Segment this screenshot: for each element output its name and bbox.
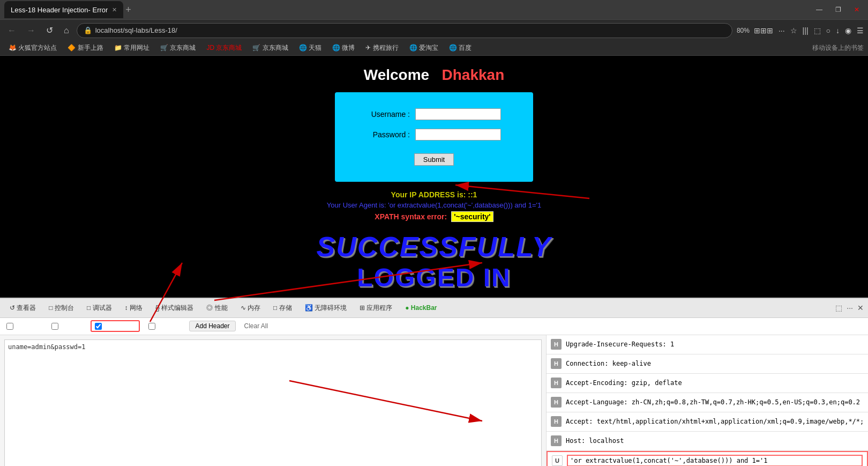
refresh-button[interactable]: ↺	[43, 24, 56, 36]
referer-label: Referer	[61, 322, 82, 330]
devtools-tab-style[interactable]: {} 样式编辑器	[150, 301, 199, 315]
xpath-error: XPATH syntax error: '~security'	[327, 211, 541, 222]
cookies-check[interactable]	[148, 323, 155, 330]
bookmark-ctrip[interactable]: ✈ 携程旅行	[361, 42, 402, 54]
devtools-tab-network[interactable]: ↕ 网络	[119, 301, 148, 315]
header-badge-6: U	[552, 455, 563, 466]
maximize-button[interactable]: ❐	[831, 5, 845, 14]
post-data-checkbox[interactable]: Post data	[6, 322, 43, 330]
user-agent-checkbox[interactable]: User Agent	[91, 320, 140, 332]
username-input[interactable]	[415, 108, 501, 120]
header-row-1: H	[547, 354, 868, 374]
post-data-textarea[interactable]: uname=admin&passwd=1	[4, 339, 542, 466]
url-bar[interactable]: 🔒 localhost/sql-labs/Less-18/	[77, 23, 732, 38]
submit-button[interactable]: Submit	[414, 153, 454, 166]
logged-in-text: LOGGED IN	[357, 263, 511, 292]
header-badge-5: H	[551, 435, 562, 446]
mobile-bookmarks: 移动设备上的书签	[812, 43, 864, 53]
devtools-tab-debugger[interactable]: □ 调试器	[81, 301, 117, 315]
back-button[interactable]: ←	[4, 25, 19, 36]
username-label: Username :	[367, 110, 410, 119]
header-input-2[interactable]	[566, 379, 864, 387]
header-input-3[interactable]	[566, 398, 864, 406]
close-button[interactable]: ✕	[850, 5, 864, 14]
header-row-3: H	[547, 393, 868, 412]
header-input-0[interactable]	[566, 341, 864, 348]
cookies-label: Cookies	[158, 322, 181, 330]
password-label: Password :	[367, 130, 410, 139]
tab-close-icon[interactable]: ✕	[112, 6, 117, 13]
devtools-tab-storage[interactable]: □ 存储	[268, 301, 297, 315]
hackbar-left-panel: uname=admin&passwd=1	[0, 335, 547, 466]
success-text: SUCCESSFULLY	[316, 231, 551, 263]
more-button[interactable]: ···	[779, 26, 785, 35]
user-agent-label: User Agent	[104, 322, 136, 330]
devtools-tab-accessibility[interactable]: ♿ 无障碍环境	[300, 301, 352, 315]
hackbar-body: uname=admin&passwd=1 HHHHHHU	[0, 335, 868, 466]
menu-button[interactable]: ☰	[857, 26, 864, 35]
post-data-check[interactable]	[6, 323, 13, 330]
profile-icon[interactable]: ○	[826, 26, 830, 35]
add-header-button[interactable]: Add Header	[189, 321, 235, 331]
bookmark-taobao[interactable]: 🌐 爱淘宝	[405, 42, 443, 54]
cookies-checkbox[interactable]: Cookies	[148, 322, 181, 330]
devtools-tab-hackbar[interactable]: ● HackBar	[400, 302, 442, 314]
header-badge-4: H	[551, 416, 562, 427]
tab-title: Less-18 Header Injection- Error	[11, 6, 108, 14]
hackbar-right-panel: HHHHHHU	[547, 335, 868, 466]
welcome-heading: Welcome Dhakkan	[364, 66, 504, 84]
bookmark-weibo[interactable]: 🌐 微博	[328, 42, 359, 54]
devtools-tab-console[interactable]: □ 控制台	[43, 301, 79, 315]
xpath-value: '~security'	[451, 211, 493, 222]
hackbar-options: Post data Referer User Agent Cookies Add…	[0, 318, 868, 335]
header-badge-3: H	[551, 397, 562, 408]
bookmark-tianmao[interactable]: 🌐 天猫	[295, 42, 326, 54]
devtools-more-button[interactable]: ···	[847, 304, 853, 312]
login-form: Username : Password : Submit	[335, 92, 533, 182]
forward-button[interactable]: →	[24, 25, 39, 36]
post-data-label: Post data	[16, 322, 43, 330]
bookmarks-bar: 🦊 火狐官方站点 🔶 新手上路 📁 常用网址 🛒 京东商城 JD 京东商城 🛒 …	[0, 41, 868, 56]
password-input[interactable]	[415, 129, 501, 140]
security-icon: 🔒	[84, 26, 92, 34]
user-agent-check[interactable]	[95, 323, 102, 330]
header-input-6[interactable]	[567, 455, 863, 466]
star-icon[interactable]: ☆	[790, 26, 797, 35]
bookmark-jd2[interactable]: JD 京东商城	[202, 42, 246, 54]
header-input-1[interactable]	[566, 360, 864, 367]
referer-checkbox[interactable]: Referer	[51, 322, 82, 330]
header-input-4[interactable]	[566, 418, 864, 425]
new-tab-button[interactable]: +	[125, 4, 131, 16]
devtools-tab-perf[interactable]: ◎ 性能	[201, 301, 233, 315]
devtools-panel: ↺ 查看器 □ 控制台 □ 调试器 ↕ 网络 {} 样式编辑器 ◎ 性能 ∿ 内…	[0, 298, 868, 466]
history-icon[interactable]: |||	[803, 26, 809, 35]
ip-section: Your IP ADDRESS is: ::1 Your User Agent …	[327, 190, 541, 222]
minimize-button[interactable]: —	[812, 5, 827, 14]
header-input-5[interactable]	[566, 437, 864, 445]
bookmark-jd3[interactable]: 🛒 京东商城	[248, 42, 292, 54]
devtools-tab-memory[interactable]: ∿ 内存	[235, 301, 266, 315]
bookmark-baidu[interactable]: 🌐 百度	[445, 42, 476, 54]
devtools-expand-button[interactable]: ⬚	[835, 304, 842, 312]
devtools-close-button[interactable]: ✕	[857, 304, 864, 312]
browser-tab[interactable]: Less-18 Header Injection- Error ✕	[4, 1, 123, 18]
referer-check[interactable]	[51, 323, 58, 330]
bookmark-xinshou[interactable]: 🔶 新手上路	[63, 42, 107, 54]
hackbar-content: Post data Referer User Agent Cookies Add…	[0, 318, 868, 466]
clear-all-button[interactable]: Clear All	[244, 322, 268, 330]
zoom-indicator: 80%	[737, 27, 750, 34]
tabs-icon[interactable]: ⬚	[814, 26, 821, 35]
loading-icon: ◉	[845, 26, 851, 35]
header-badge-0: H	[551, 339, 562, 350]
header-row-0: H	[547, 335, 868, 354]
devtools-tab-inspector[interactable]: ↺ 查看器	[4, 301, 41, 315]
devtools-tab-application[interactable]: ⊞ 应用程序	[354, 301, 398, 315]
bookmark-jd1[interactable]: 🛒 京东商城	[156, 42, 200, 54]
ip-address-text: Your IP ADDRESS is: ::1	[327, 190, 541, 199]
bookmark-huohu[interactable]: 🦊 火狐官方站点	[4, 42, 61, 54]
home-button[interactable]: ⌂	[61, 25, 72, 36]
bookmark-changyong[interactable]: 📁 常用网址	[110, 42, 154, 54]
sync-icon[interactable]: ↓	[836, 26, 840, 35]
header-row-5: H	[547, 432, 868, 451]
url-text: localhost/sql-labs/Less-18/	[95, 26, 177, 34]
